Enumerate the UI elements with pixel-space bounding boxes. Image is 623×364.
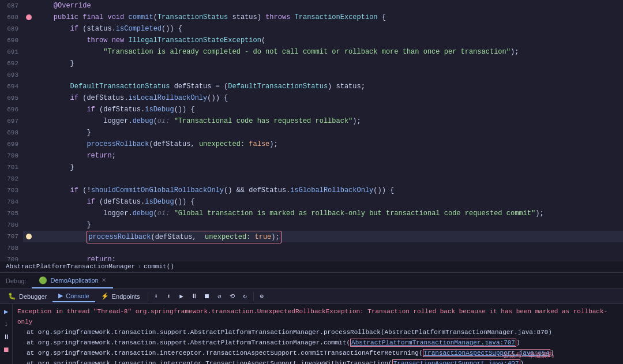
- code-line-705: 705 logger.debug(oi: "Global transaction…: [0, 208, 623, 219]
- line-number-690: 690: [0, 35, 23, 46]
- side-btn-resume[interactable]: ▶: [1, 306, 12, 317]
- line-content-703: if (!shouldCommitOnGlobalRollbackOnly() …: [35, 185, 623, 196]
- gutter-689: [23, 23, 35, 35]
- line-content-705: logger.debug(oi: "Global transaction is …: [35, 208, 623, 219]
- debug-app-tab[interactable]: 🟢 DemoApplication ✕: [32, 273, 112, 288]
- line-content-687: @Override: [35, 0, 623, 12]
- line-number-689: 689: [0, 23, 23, 35]
- code-line-697: 697 logger.debug(oi: "Transactional code…: [0, 115, 623, 127]
- code-line-706: 706 }: [0, 219, 623, 231]
- line-content-690: throw new IllegalTransactionStateExcepti…: [35, 35, 623, 46]
- toolbar-separator: [148, 292, 148, 301]
- side-btn-stop[interactable]: ⏹: [1, 344, 12, 355]
- line-content-707: processRollback(defStatus, unexpected: t…: [35, 231, 623, 242]
- line-number-705: 705: [0, 208, 23, 219]
- code-line-689: 689 if (status.isCompleted()) {: [0, 23, 623, 35]
- code-line-691: 691 "Transaction is already completed - …: [0, 46, 623, 58]
- line-number-709: 709: [0, 254, 23, 261]
- side-btn-down[interactable]: ↓: [1, 319, 12, 329]
- line-number-699: 699: [0, 138, 23, 150]
- debug-header: Debug: 🟢 DemoApplication ✕: [0, 273, 623, 289]
- line-content-699: processRollback(defStatus, unexpected: f…: [35, 138, 623, 150]
- line-number-693: 693: [0, 69, 23, 81]
- tool-btn-stop[interactable]: ⏹: [201, 290, 213, 303]
- line-number-697: 697: [0, 115, 23, 127]
- breadcrumb: AbstractPlatformTransactionManager › com…: [0, 261, 623, 272]
- breakpoint-warn-icon[interactable]: [26, 234, 32, 239]
- line-content-704: if (defStatus.isDebug()) {: [35, 196, 623, 208]
- line-number-696: 696: [0, 104, 23, 115]
- line-number-704: 704: [0, 196, 23, 208]
- line-content-689: if (status.isCompleted()) {: [35, 23, 623, 35]
- debug-toolbar: 🐛 Debugger ▶ Console ⚡ Endpoints ⬇ ⬆ ▶ ⏸…: [0, 289, 623, 304]
- tool-btn-resume[interactable]: ▶: [175, 290, 188, 303]
- gutter-699: [23, 138, 35, 150]
- tool-btn-pause[interactable]: ⏸: [188, 290, 201, 303]
- line-number-703: 703: [0, 185, 23, 196]
- code-line-695: 695 if (defStatus.isLocalRollbackOnly())…: [0, 92, 623, 104]
- tool-btn-step[interactable]: ⟲: [226, 290, 239, 303]
- line-content-701: }: [35, 162, 623, 173]
- gutter-691: [23, 46, 35, 58]
- console-line-2: at org.springframework.transaction.suppo…: [17, 337, 618, 348]
- stack-link-2[interactable]: AbstractPlatformTransactionManager.java:…: [350, 339, 516, 347]
- gutter-693: [23, 69, 35, 81]
- tool-btn-2[interactable]: ⬆: [163, 290, 175, 303]
- line-content-700: return;: [35, 150, 623, 162]
- side-btn-pause[interactable]: ⏸: [1, 332, 12, 342]
- code-line-702: 702: [0, 173, 623, 185]
- code-line-701: 701 }: [0, 162, 623, 173]
- toolbar-sep-2: [253, 292, 254, 301]
- code-line-694: 694 DefaultTransactionStatus defStatus =…: [0, 81, 623, 92]
- line-number-700: 700: [0, 150, 23, 162]
- console-line-0: Exception in thread "Thread-8" org.sprin…: [17, 306, 618, 327]
- breadcrumb-class: AbstractPlatformTransactionManager: [6, 263, 135, 270]
- code-line-699: 699 processRollback(defStatus, unexpecte…: [0, 138, 623, 150]
- code-line-707: 707 processRollback(defStatus, unexpecte…: [0, 231, 623, 242]
- debug-app-close-icon[interactable]: ✕: [102, 277, 106, 283]
- code-line-693: 693: [0, 69, 623, 81]
- tool-btn-rerun[interactable]: ↺: [213, 290, 226, 303]
- line-content-688: public final void commit(TransactionStat…: [35, 12, 623, 23]
- line-number-702: 702: [0, 173, 23, 185]
- endpoints-icon: ⚡: [101, 292, 109, 300]
- code-lines: 687 @Override688 public final void commi…: [0, 0, 623, 261]
- tab-endpoints-label: Endpoints: [112, 293, 140, 300]
- gutter-701: [23, 162, 35, 173]
- code-line-690: 690 throw new IllegalTransactionStateExc…: [0, 35, 623, 46]
- debug-label: Debug:: [0, 273, 32, 288]
- stack-link-4[interactable]: TransactionAspectSupport.java:407: [392, 359, 520, 364]
- tool-btn-1[interactable]: ⬇: [150, 290, 163, 303]
- gutter-688: [23, 12, 35, 23]
- gutter-695: [23, 92, 35, 104]
- code-line-700: 700 return;: [0, 150, 623, 162]
- debug-left-buttons: ▶ ↓ ⏸ ⏹: [0, 304, 13, 364]
- code-line-703: 703 if (!shouldCommitOnGlobalRollbackOnl…: [0, 185, 623, 196]
- tab-console[interactable]: ▶ Console: [52, 290, 95, 302]
- console-line-1: at org.springframework.transaction.suppo…: [17, 327, 618, 337]
- line-content-694: DefaultTransactionStatus defStatus = (De…: [35, 81, 623, 92]
- tool-btn-more[interactable]: ↻: [239, 290, 252, 303]
- line-content-709: return;: [35, 254, 623, 261]
- line-content-695: if (defStatus.isLocalRollbackOnly()) {: [35, 92, 623, 104]
- line-content-691: "Transaction is already completed - do n…: [35, 46, 623, 58]
- code-line-698: 698 }: [0, 127, 623, 138]
- debugger-icon: 🐛: [8, 292, 16, 300]
- line-number-708: 708: [0, 242, 23, 254]
- line-number-688: 688: [0, 12, 23, 23]
- tab-debugger[interactable]: 🐛 Debugger: [2, 290, 52, 302]
- code-line-704: 704 if (defStatus.isDebug()) {: [0, 196, 623, 208]
- line-content-692: }: [35, 58, 623, 69]
- gutter-704: [23, 196, 35, 208]
- line-number-691: 691: [0, 46, 23, 58]
- tool-btn-settings[interactable]: ⚙: [256, 290, 268, 303]
- line-content-693: [35, 69, 623, 81]
- gutter-707: [23, 231, 35, 242]
- line-number-687: 687: [0, 0, 23, 12]
- gutter-698: [23, 127, 35, 138]
- gutter-700: [23, 150, 35, 162]
- breakpoint-icon[interactable]: [26, 14, 32, 20]
- tab-endpoints[interactable]: ⚡ Endpoints: [95, 290, 146, 302]
- gutter-705: [23, 208, 35, 219]
- line-number-692: 692: [0, 58, 23, 69]
